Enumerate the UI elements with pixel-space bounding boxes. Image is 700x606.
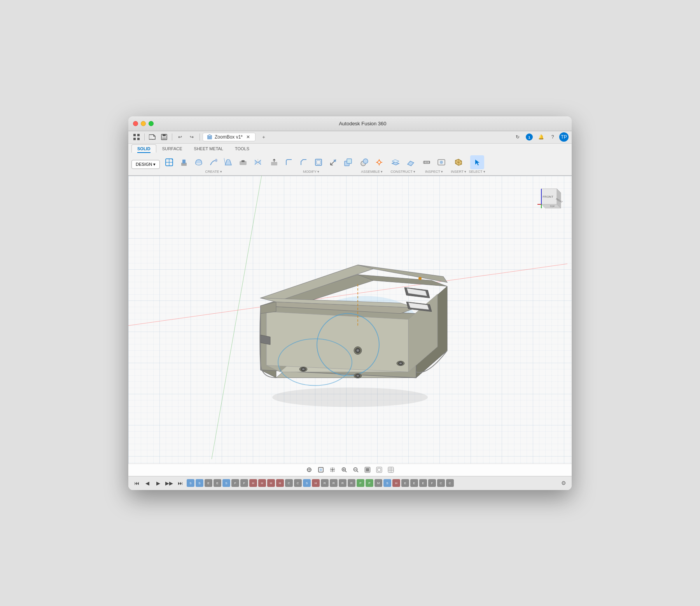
scale-button[interactable] [326,155,340,169]
file-menu-icon[interactable] [147,133,158,141]
close-button[interactable] [133,121,138,126]
timeline-op-18[interactable]: R [339,479,346,487]
minimize-button[interactable] [141,121,146,126]
timeline-op-13[interactable]: C [294,479,302,487]
timeline-play-button[interactable]: ▶ [154,479,163,487]
timeline-op-12[interactable]: C [285,479,293,487]
home-nav-icon[interactable] [305,465,313,474]
fit-icon[interactable] [317,465,325,474]
timeline-op-6[interactable]: F [231,479,239,487]
svg-rect-15 [182,160,186,163]
timeline-op-8[interactable]: H [249,479,257,487]
sweep-button[interactable] [206,155,220,169]
chamfer-button[interactable] [297,155,311,169]
measure-button[interactable] [420,155,434,169]
help-icon[interactable]: ? [548,133,558,141]
viewport[interactable]: FRONT RIGHT TOP [128,176,572,464]
timeline-op-24[interactable]: H [392,479,400,487]
svg-point-56 [272,388,428,407]
timeline-op-4[interactable]: E [214,479,221,487]
timeline-op-17[interactable]: R [330,479,338,487]
timeline-prev-button[interactable]: ◀ [143,479,152,487]
svg-rect-3 [137,138,140,140]
timeline-op-5[interactable]: S [222,479,230,487]
update-icon[interactable]: ↻ [513,133,523,141]
separator [172,133,172,141]
mirror-button[interactable] [251,155,265,169]
select-button[interactable] [470,155,484,169]
insert-group: INSERT ▾ [451,155,466,174]
loft-button[interactable] [221,155,235,169]
press-pull-button[interactable] [267,155,281,169]
account-icon[interactable]: 1 [524,133,534,141]
timeline-op-11[interactable]: H [276,479,284,487]
timeline-op-26[interactable]: E [410,479,418,487]
traffic-lights [133,121,154,126]
timeline-start-button[interactable]: ⏮ [132,479,141,487]
tab-surface[interactable]: SURFACE [156,144,188,153]
redo-icon[interactable]: ↪ [187,133,197,141]
timeline-op-27[interactable]: E [419,479,427,487]
timeline-op-3[interactable]: E [205,479,212,487]
extrude-button[interactable] [177,155,191,169]
user-avatar[interactable]: TP [559,132,569,142]
joint-origin-button[interactable] [372,155,386,169]
separator [144,133,145,141]
pan-icon[interactable] [328,465,337,474]
timeline-op-29[interactable]: C [437,479,445,487]
timeline-op-7[interactable]: F [240,479,248,487]
timeline-op-9[interactable]: H [258,479,266,487]
timeline-op-20[interactable]: P [357,479,364,487]
timeline-end-button[interactable]: ⏭ [176,479,184,487]
create-group: CREATE ▾ [162,155,265,174]
zoom-out-icon[interactable] [352,465,360,474]
application-window: Autodesk Fusion 360 ↩ ↪ Zoo [128,116,572,490]
tab-sheet-metal[interactable]: SHEET METAL [188,144,229,153]
tab-close-icon[interactable]: ✕ [245,134,251,140]
display-settings-button[interactable] [434,155,448,169]
timeline-settings-button[interactable]: ⚙ [559,479,568,487]
view-cube[interactable]: FRONT RIGHT TOP [534,183,565,214]
svg-rect-26 [317,160,320,164]
shell-button[interactable] [312,155,326,169]
design-dropdown-button[interactable]: DESIGN ▾ [131,160,160,169]
insert-mesh-button[interactable] [452,155,466,169]
svg-rect-107 [366,468,369,471]
grid-display-icon[interactable] [387,465,395,474]
timeline-op-22[interactable]: M [374,479,382,487]
timeline-op-10[interactable]: H [267,479,275,487]
undo-icon[interactable]: ↩ [175,133,185,141]
hole-button[interactable] [236,155,250,169]
tab-solid[interactable]: SOLID [131,144,156,153]
svg-rect-24 [271,162,277,165]
notification-icon[interactable]: 🔔 [536,133,546,141]
timeline-op-23[interactable]: S [383,479,391,487]
joint-button[interactable] [357,155,371,169]
fillet-button[interactable] [282,155,296,169]
maximize-button[interactable] [149,121,154,126]
apps-icon[interactable] [131,133,142,141]
timeline-next-button[interactable]: ▶▶ [165,479,173,487]
insert-label: INSERT ▾ [451,170,466,174]
new-sketch-button[interactable] [162,155,176,169]
new-tab-icon[interactable]: ＋ [259,133,269,141]
plane-at-angle-button[interactable] [403,155,417,169]
timeline-op-2[interactable]: S [196,479,203,487]
timeline-op-30[interactable]: C [446,479,454,487]
timeline-op-16[interactable]: R [321,479,329,487]
timeline-op-14[interactable]: S [303,479,311,487]
timeline-op-15[interactable]: H [312,479,320,487]
timeline-op-28[interactable]: F [428,479,436,487]
timeline-op-25[interactable]: E [401,479,409,487]
combine-button[interactable] [341,155,355,169]
timeline-op-1[interactable]: S [187,479,194,487]
shading-icon[interactable] [375,465,383,474]
timeline-op-21[interactable]: P [366,479,373,487]
tab-tools[interactable]: TOOLS [229,144,255,153]
save-icon[interactable] [159,133,169,141]
zoom-in-icon[interactable] [340,465,348,474]
revolve-button[interactable] [192,155,206,169]
display-mode-icon[interactable] [363,465,372,474]
offset-plane-button[interactable] [388,155,402,169]
timeline-op-19[interactable]: R [348,479,355,487]
